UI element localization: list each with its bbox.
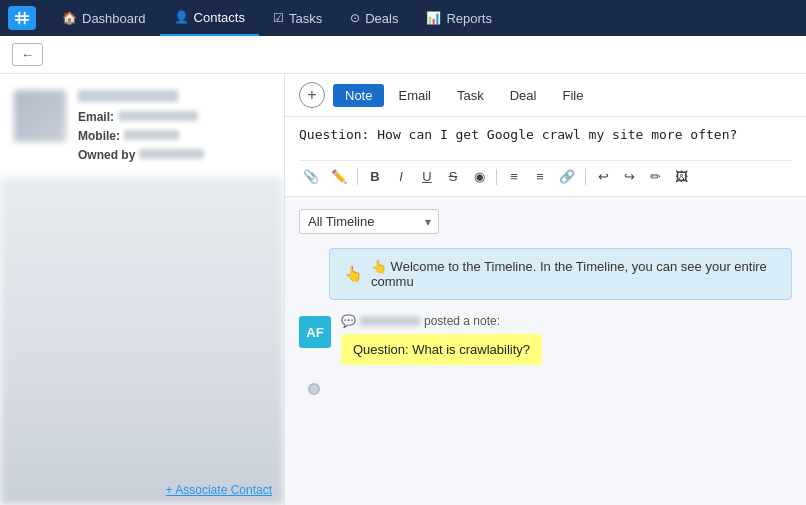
welcome-icon: 👆: [344, 265, 363, 283]
welcome-text: 👆 Welcome to the Timeline. In the Timeli…: [371, 259, 777, 289]
tab-note[interactable]: Note: [333, 84, 384, 107]
redo-button[interactable]: ↪: [618, 167, 640, 186]
owned-field: Owned by: [78, 148, 270, 162]
tab-task[interactable]: Task: [445, 84, 496, 107]
ordered-list-button[interactable]: ≡: [503, 167, 525, 186]
color-button[interactable]: ◉: [468, 167, 490, 186]
attach-button[interactable]: 📎: [299, 167, 323, 186]
italic-button[interactable]: I: [390, 167, 412, 186]
deals-icon: ⊙: [350, 11, 360, 25]
timeline-items: 👆 👆 Welcome to the Timeline. In the Time…: [299, 248, 792, 389]
reports-icon: 📊: [426, 11, 441, 25]
timeline-entry: AF 💬 posted a note: Question: What is cr…: [299, 314, 792, 365]
timeline-note-bubble: Question: What is crawlability?: [341, 334, 542, 365]
link-button[interactable]: 🔗: [555, 167, 579, 186]
contact-info: Email: Mobile: Owned by: [0, 74, 284, 177]
note-input[interactable]: [299, 127, 792, 149]
pen-button[interactable]: ✏️: [327, 167, 351, 186]
action-bar: + Note Email Task Deal File: [285, 74, 806, 117]
timeline-filter: All Timeline Notes Emails Tasks Deals: [299, 209, 792, 234]
tab-email[interactable]: Email: [386, 84, 443, 107]
nav-deals[interactable]: ⊙ Deals: [336, 0, 412, 36]
dashboard-icon: 🏠: [62, 11, 77, 25]
main-layout: Email: Mobile: Owned by + Associate Cont…: [0, 74, 806, 505]
strikethrough-button[interactable]: S: [442, 167, 464, 186]
avatar: [14, 90, 66, 142]
toolbar-divider-3: [585, 169, 586, 185]
toolbar-divider-2: [496, 169, 497, 185]
poster-name: [360, 316, 420, 326]
associate-contact-link[interactable]: + Associate Contact: [166, 483, 272, 497]
top-navigation: 🏠 Dashboard 👤 Contacts ☑ Tasks ⊙ Deals 📊…: [0, 0, 806, 36]
nav-reports[interactable]: 📊 Reports: [412, 0, 506, 36]
back-button[interactable]: ←: [12, 43, 43, 66]
email-field: Email:: [78, 110, 270, 124]
timeline-content: 💬 posted a note: Question: What is crawl…: [341, 314, 792, 365]
mobile-field: Mobile:: [78, 129, 270, 143]
contact-panel: Email: Mobile: Owned by + Associate Cont…: [0, 74, 285, 505]
editor-toolbar: 📎 ✏️ B I U S ◉ ≡ ≡ 🔗 ↩ ↪ ✏ 🖼: [299, 160, 792, 186]
svg-rect-1: [15, 19, 29, 21]
chat-icon: 💬: [341, 314, 356, 328]
timeline-meta: 💬 posted a note:: [341, 314, 792, 328]
unordered-list-button[interactable]: ≡: [529, 167, 551, 186]
contact-details: Email: Mobile: Owned by: [78, 90, 270, 167]
welcome-banner: 👆 👆 Welcome to the Timeline. In the Time…: [329, 248, 792, 300]
image-button[interactable]: 🖼: [670, 167, 692, 186]
contact-name: [78, 90, 178, 102]
email-value: [118, 111, 198, 121]
bold-button[interactable]: B: [364, 167, 386, 186]
owner-value: [139, 149, 204, 159]
timeline-bottom: [299, 377, 792, 389]
timeline-select[interactable]: All Timeline Notes Emails Tasks Deals: [299, 209, 439, 234]
timeline-section: All Timeline Notes Emails Tasks Deals 👆 …: [285, 197, 806, 505]
mobile-value: [124, 130, 179, 140]
toolbar-divider-1: [357, 169, 358, 185]
clear-format-button[interactable]: ✏: [644, 167, 666, 186]
tab-file[interactable]: File: [550, 84, 595, 107]
undo-button[interactable]: ↩: [592, 167, 614, 186]
underline-button[interactable]: U: [416, 167, 438, 186]
nav-tasks[interactable]: ☑ Tasks: [259, 0, 336, 36]
nav-dashboard[interactable]: 🏠 Dashboard: [48, 0, 160, 36]
tab-deal[interactable]: Deal: [498, 84, 549, 107]
timeline-filter-wrap[interactable]: All Timeline Notes Emails Tasks Deals: [299, 209, 439, 234]
action-text: posted a note:: [424, 314, 500, 328]
note-editor: 📎 ✏️ B I U S ◉ ≡ ≡ 🔗 ↩ ↪ ✏ 🖼: [285, 117, 806, 197]
svg-rect-3: [24, 12, 26, 25]
right-panel: + Note Email Task Deal File 📎 ✏️ B I U S…: [285, 74, 806, 505]
app-logo: [8, 6, 36, 30]
timeline-dot: [308, 383, 320, 395]
timeline-avatar: AF: [299, 316, 331, 348]
nav-contacts[interactable]: 👤 Contacts: [160, 0, 259, 36]
contact-extra-info: [0, 177, 284, 505]
svg-rect-0: [15, 15, 29, 17]
back-bar: ←: [0, 36, 806, 74]
add-button[interactable]: +: [299, 82, 325, 108]
tasks-icon: ☑: [273, 11, 284, 25]
contacts-icon: 👤: [174, 10, 189, 24]
svg-rect-2: [18, 12, 20, 25]
